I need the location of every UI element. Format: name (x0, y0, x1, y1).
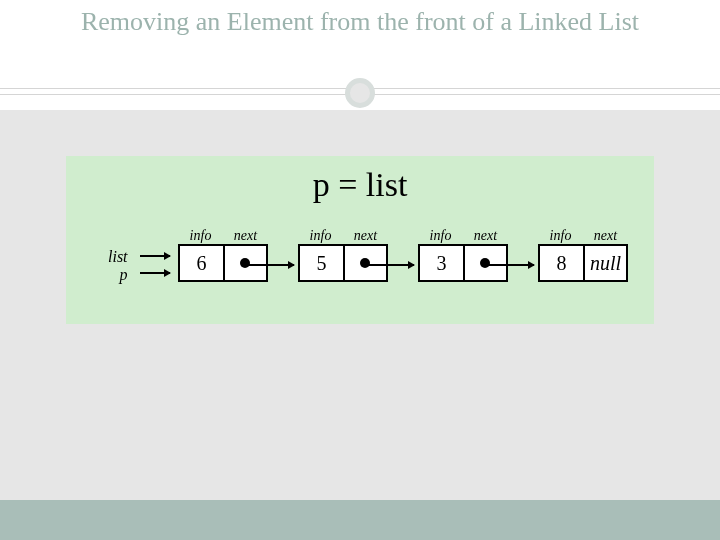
arrow-icon (486, 264, 534, 266)
pointer-label-list: list (108, 248, 128, 266)
slide-footer-bar (0, 500, 720, 540)
node-column-labels: info next (538, 228, 628, 244)
label-next: next (223, 228, 268, 244)
label-next: next (343, 228, 388, 244)
node-column-labels: info next (298, 228, 388, 244)
pointer-dot-icon (240, 258, 250, 268)
node-info-value: 8 (540, 246, 583, 280)
node-info-value: 5 (300, 246, 343, 280)
pointer-dot-icon (360, 258, 370, 268)
arrow-icon (246, 264, 294, 266)
node-next-pointer (223, 246, 266, 280)
node-next-pointer (463, 246, 506, 280)
slide-title: Removing an Element from the front of a … (10, 6, 710, 37)
assignment-expression: p = list (313, 166, 408, 204)
node-column-labels: info next (418, 228, 508, 244)
label-info: info (418, 228, 463, 244)
arrow-icon (140, 255, 170, 257)
pointer-label-p: p (108, 266, 128, 284)
linked-list-diagram: p = list list p info next 6 info next 5 … (66, 156, 654, 324)
node-next-null: null (583, 246, 626, 280)
list-node: info next 5 (298, 228, 388, 282)
slide-header: Removing an Element from the front of a … (0, 0, 720, 110)
pointer-dot-icon (480, 258, 490, 268)
ring-ornament-icon (345, 78, 375, 108)
list-node: info next 8 null (538, 228, 628, 282)
list-node: info next 3 (418, 228, 508, 282)
label-next: next (583, 228, 628, 244)
label-next: next (463, 228, 508, 244)
label-info: info (178, 228, 223, 244)
arrow-icon (140, 272, 170, 274)
node-column-labels: info next (178, 228, 268, 244)
node-info-value: 3 (420, 246, 463, 280)
list-node: info next 6 (178, 228, 268, 282)
pointer-labels: list p (108, 248, 128, 284)
label-info: info (538, 228, 583, 244)
node-next-pointer (343, 246, 386, 280)
label-info: info (298, 228, 343, 244)
arrow-icon (366, 264, 414, 266)
node-info-value: 6 (180, 246, 223, 280)
